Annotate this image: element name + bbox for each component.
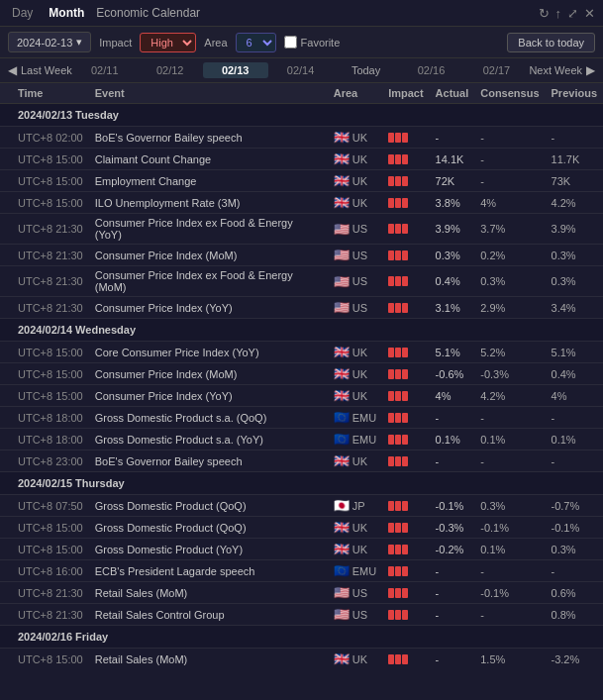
- event-name[interactable]: Consumer Price Index ex Food & Energy (Y…: [89, 214, 328, 245]
- table-row[interactable]: UTC+8 21:30Consumer Price Index ex Food …: [0, 214, 603, 245]
- table-row[interactable]: UTC+8 15:00Retail Sales (MoM)🇬🇧UK-1.5%-3…: [0, 649, 603, 668]
- event-time: UTC+8 15:00: [12, 517, 89, 539]
- event-area: 🇺🇸US: [328, 582, 382, 604]
- event-name[interactable]: Retail Sales Control Group: [89, 604, 328, 626]
- table-row[interactable]: UTC+8 21:30Retail Sales Control Group🇺🇸U…: [0, 604, 603, 626]
- refresh-icon[interactable]: ↻: [539, 6, 550, 21]
- area-label: Area: [204, 37, 227, 49]
- week-day-0212[interactable]: 02/12: [138, 62, 203, 78]
- event-consensus: 0.1%: [474, 539, 545, 560]
- event-name[interactable]: ECB's President Lagarde speech: [89, 560, 328, 582]
- event-time: UTC+8 21:30: [12, 266, 89, 297]
- event-name[interactable]: Consumer Price Index (YoY): [89, 297, 328, 319]
- event-name[interactable]: BoE's Governor Bailey speech: [89, 450, 328, 472]
- event-actual: 14.1K: [430, 149, 475, 170]
- event-impact: [382, 127, 429, 149]
- table-row[interactable]: UTC+8 15:00Consumer Price Index (MoM)🇬🇧U…: [0, 363, 603, 385]
- event-name[interactable]: Gross Domestic Product (QoQ): [89, 495, 328, 517]
- event-area: 🇯🇵JP: [328, 495, 382, 517]
- table-row[interactable]: UTC+8 21:30Retail Sales (MoM)🇺🇸US--0.1%0…: [0, 582, 603, 604]
- event-previous: -3.2%: [546, 649, 603, 668]
- event-area: 🇬🇧UK: [328, 170, 382, 192]
- favorite-input[interactable]: [284, 36, 297, 49]
- area-select[interactable]: 6: [236, 33, 276, 52]
- event-name[interactable]: Consumer Price Index (MoM): [89, 363, 328, 385]
- event-impact: [382, 539, 429, 560]
- event-consensus: 0.3%: [474, 266, 545, 297]
- week-day-0211[interactable]: 02/11: [72, 62, 138, 78]
- event-name[interactable]: Gross Domestic Product (QoQ): [89, 517, 328, 539]
- event-consensus: -0.3%: [474, 363, 545, 385]
- table-row[interactable]: UTC+8 15:00Consumer Price Index (YoY)🇬🇧U…: [0, 385, 603, 407]
- event-name[interactable]: ILO Unemployment Rate (3M): [89, 192, 328, 214]
- table-row[interactable]: UTC+8 18:00Gross Domestic Product s.a. (…: [0, 407, 603, 429]
- prev-week-arrow[interactable]: ◀: [8, 63, 17, 77]
- event-name[interactable]: Gross Domestic Product s.a. (YoY): [89, 429, 328, 450]
- event-name[interactable]: Consumer Price Index (MoM): [89, 245, 328, 266]
- event-impact: [382, 429, 429, 450]
- event-name[interactable]: Employment Change: [89, 170, 328, 192]
- back-today-button[interactable]: Back to today: [507, 33, 595, 52]
- next-week-arrow[interactable]: ▶: [586, 63, 595, 77]
- event-actual: 5.1%: [430, 342, 475, 363]
- top-nav: Day Month Economic Calendar ↻ ↑ ⤢ ✕: [0, 0, 603, 27]
- flag-icon: 🇬🇧: [334, 453, 350, 468]
- date-picker[interactable]: 2024-02-13 ▾: [8, 32, 91, 52]
- event-consensus: -: [474, 604, 545, 626]
- table-row[interactable]: UTC+8 15:00Claimant Count Change🇬🇧UK14.1…: [0, 149, 603, 170]
- event-name[interactable]: Consumer Price Index ex Food & Energy (M…: [89, 266, 328, 297]
- col-previous: Previous: [546, 83, 603, 104]
- event-name[interactable]: Gross Domestic Product s.a. (QoQ): [89, 407, 328, 429]
- table-row[interactable]: UTC+8 07:50Gross Domestic Product (QoQ)🇯…: [0, 495, 603, 517]
- week-day-0214[interactable]: 02/14: [268, 62, 334, 78]
- table-row[interactable]: UTC+8 15:00Core Consumer Price Index (Yo…: [0, 342, 603, 363]
- event-consensus: 3.7%: [474, 214, 545, 245]
- area-name: UK: [352, 175, 367, 187]
- event-actual: 72K: [430, 170, 475, 192]
- event-consensus: -: [474, 149, 545, 170]
- expand-icon[interactable]: ⤢: [567, 6, 578, 21]
- table-row[interactable]: UTC+8 15:00Gross Domestic Product (YoY)🇬…: [0, 539, 603, 560]
- next-week-label[interactable]: Next Week: [529, 64, 582, 76]
- event-area: 🇪🇺EMU: [328, 407, 382, 429]
- table-row[interactable]: UTC+8 16:00ECB's President Lagarde speec…: [0, 560, 603, 582]
- event-area: 🇬🇧UK: [328, 385, 382, 407]
- week-day-0216[interactable]: 02/16: [399, 62, 464, 78]
- event-name[interactable]: Core Consumer Price Index (YoY): [89, 342, 328, 363]
- close-icon[interactable]: ✕: [584, 6, 595, 21]
- event-area: 🇬🇧UK: [328, 149, 382, 170]
- table-row[interactable]: UTC+8 21:30Consumer Price Index (YoY)🇺🇸U…: [0, 297, 603, 319]
- table-row[interactable]: UTC+8 15:00Gross Domestic Product (QoQ)🇬…: [0, 517, 603, 539]
- favorite-checkbox[interactable]: Favorite: [284, 36, 341, 49]
- area-name: US: [352, 275, 367, 287]
- event-name[interactable]: Retail Sales (MoM): [89, 649, 328, 668]
- table-row[interactable]: UTC+8 23:00BoE's Governor Bailey speech🇬…: [0, 450, 603, 472]
- upload-icon[interactable]: ↑: [555, 6, 562, 21]
- row-mark: [0, 560, 12, 582]
- flag-icon: 🇪🇺: [334, 563, 350, 578]
- event-actual: 3.8%: [430, 192, 475, 214]
- event-name[interactable]: Consumer Price Index (YoY): [89, 385, 328, 407]
- event-impact: [382, 245, 429, 266]
- impact-select[interactable]: High: [140, 33, 196, 52]
- area-name: UK: [352, 153, 367, 165]
- table-row[interactable]: UTC+8 15:00Employment Change🇬🇧UK72K-73K: [0, 170, 603, 192]
- event-name[interactable]: BoE's Governor Bailey speech: [89, 127, 328, 149]
- table-row[interactable]: UTC+8 21:30Consumer Price Index (MoM)🇺🇸U…: [0, 245, 603, 266]
- table-row[interactable]: UTC+8 02:00BoE's Governor Bailey speech🇬…: [0, 127, 603, 149]
- week-day-today[interactable]: Today: [334, 62, 399, 78]
- event-name[interactable]: Retail Sales (MoM): [89, 582, 328, 604]
- nav-month[interactable]: Month: [45, 4, 88, 22]
- event-consensus: 2.9%: [474, 297, 545, 319]
- nav-day[interactable]: Day: [8, 4, 37, 22]
- event-name[interactable]: Gross Domestic Product (YoY): [89, 539, 328, 560]
- table-row[interactable]: UTC+8 15:00ILO Unemployment Rate (3M)🇬🇧U…: [0, 192, 603, 214]
- table-body: 2024/02/13 TuesdayUTC+8 02:00BoE's Gover…: [0, 104, 603, 668]
- week-day-0213[interactable]: 02/13: [203, 62, 268, 78]
- table-row[interactable]: UTC+8 21:30Consumer Price Index ex Food …: [0, 266, 603, 297]
- table-row[interactable]: UTC+8 18:00Gross Domestic Product s.a. (…: [0, 429, 603, 450]
- event-name[interactable]: Claimant Count Change: [89, 149, 328, 170]
- week-day-0217[interactable]: 02/17: [463, 62, 529, 78]
- event-time: UTC+8 16:00: [12, 560, 89, 582]
- prev-week-label[interactable]: Last Week: [21, 64, 72, 76]
